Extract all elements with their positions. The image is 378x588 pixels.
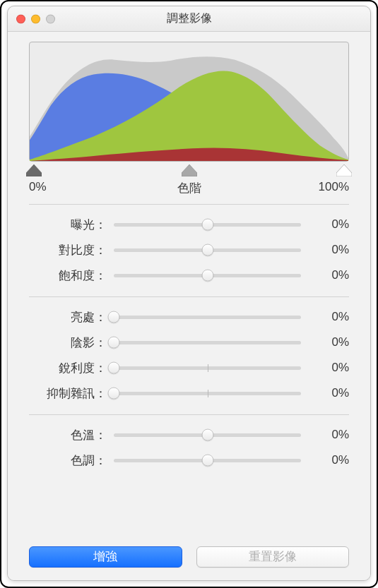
slider-label: 色溫： <box>29 427 107 443</box>
levels-labels: 0% 色階 100% <box>29 180 349 196</box>
slider-row: 對比度：0% <box>29 237 349 263</box>
slider-thumb[interactable] <box>108 311 120 323</box>
slider-value: 0% <box>308 310 349 324</box>
slider-value: 0% <box>308 361 349 375</box>
slider-thumb[interactable] <box>201 455 213 467</box>
slider-thumb[interactable] <box>201 219 213 231</box>
slider-row: 銳利度：0% <box>29 355 349 380</box>
levels-black-handle[interactable] <box>26 164 42 176</box>
slider[interactable] <box>114 386 301 400</box>
slider-thumb[interactable] <box>201 429 213 441</box>
reset-button[interactable]: 重置影像 <box>196 546 350 568</box>
enhance-button[interactable]: 增強 <box>29 546 182 568</box>
slider-row: 抑制雜訊：0% <box>29 380 349 406</box>
slider-row: 色溫：0% <box>29 422 349 448</box>
levels-mid-handle[interactable] <box>182 164 197 176</box>
slider-value: 0% <box>308 268 349 282</box>
slider-value: 0% <box>308 217 349 232</box>
slider-label: 抑制雜訊： <box>29 385 107 402</box>
slider-thumb[interactable] <box>201 270 213 282</box>
slider-label: 曝光： <box>29 217 107 233</box>
minimize-button[interactable] <box>31 14 40 23</box>
slider-label: 對比度： <box>29 242 107 258</box>
slider-label: 陰影： <box>29 335 107 351</box>
slider-row: 飽和度：0% <box>29 263 349 288</box>
slider[interactable] <box>114 335 301 349</box>
levels-white-handle[interactable] <box>336 164 352 176</box>
slider[interactable] <box>114 453 301 467</box>
levels-center-label: 色階 <box>177 180 201 196</box>
zoom-button[interactable] <box>46 14 55 23</box>
slider-thumb[interactable] <box>201 244 213 256</box>
slider[interactable] <box>114 268 301 282</box>
slider[interactable] <box>114 428 301 442</box>
slider[interactable] <box>114 310 301 324</box>
titlebar: 調整影像 <box>8 6 370 32</box>
traffic-lights <box>16 14 55 23</box>
slider-thumb[interactable] <box>108 337 120 349</box>
close-button[interactable] <box>16 14 25 23</box>
slider-value: 0% <box>308 386 349 400</box>
slider[interactable] <box>114 217 301 232</box>
levels-track[interactable] <box>29 164 349 180</box>
histogram <box>29 42 349 162</box>
slider[interactable] <box>114 243 301 257</box>
slider-row: 陰影：0% <box>29 330 349 355</box>
slider[interactable] <box>114 361 301 375</box>
slider-value: 0% <box>308 453 349 467</box>
slider-label: 亮處： <box>29 309 107 325</box>
window-title: 調整影像 <box>167 11 212 26</box>
slider-thumb[interactable] <box>108 362 120 374</box>
slider-thumb[interactable] <box>108 388 120 400</box>
slider-label: 色調： <box>29 452 107 469</box>
slider-label: 飽和度： <box>29 268 107 284</box>
slider-row: 曝光：0% <box>29 212 349 237</box>
slider-row: 亮處：0% <box>29 304 349 330</box>
slider-row: 色調：0% <box>29 448 349 473</box>
slider-value: 0% <box>308 428 349 442</box>
slider-value: 0% <box>308 335 349 349</box>
levels-left-label: 0% <box>29 180 47 194</box>
levels-right-label: 100% <box>319 180 349 194</box>
slider-value: 0% <box>308 243 349 257</box>
slider-label: 銳利度： <box>29 360 107 376</box>
